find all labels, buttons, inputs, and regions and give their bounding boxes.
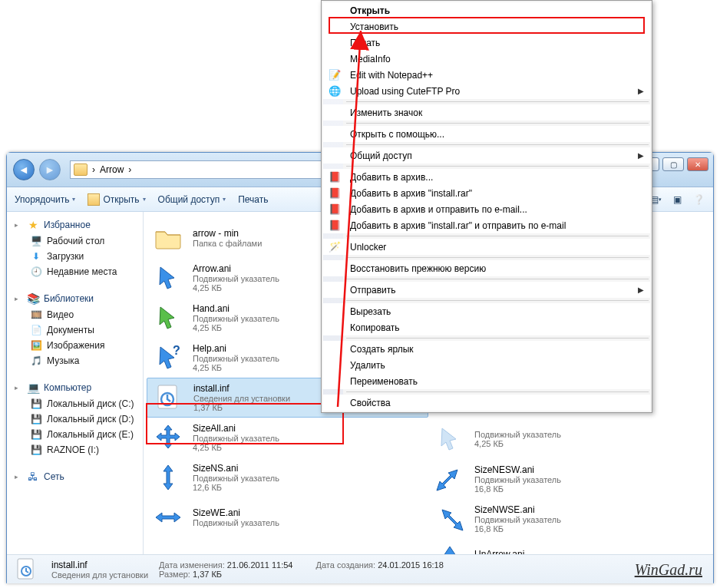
maximize-button[interactable]: ▢ xyxy=(662,157,684,171)
file-desc: Сведения для установки xyxy=(193,394,290,403)
file-info: SizeNS.ani Подвижный указатель 12,6 КБ xyxy=(193,463,279,492)
context-menu-item[interactable]: 📕Добавить в архив... xyxy=(323,169,650,185)
preview-pane-icon[interactable]: ▣ xyxy=(670,193,684,206)
sidebar-item-music[interactable]: 🎵Музыка xyxy=(15,353,143,368)
file-name: Hand.ani xyxy=(193,303,279,314)
context-menu-item[interactable]: 🪄Unlocker xyxy=(323,239,650,255)
nav-pane: ▸★ Избранное 🖥️Рабочий стол ⬇Загрузки 🕘Н… xyxy=(7,212,144,554)
context-menu-item[interactable]: Копировать xyxy=(323,319,650,335)
file-item[interactable]: SizeNWSE.ani Подвижный указатель 16,8 КБ xyxy=(428,499,710,539)
libraries-header[interactable]: ▸📚 Библиотеки xyxy=(15,290,143,307)
menu-item-label: Unlocker xyxy=(350,242,386,253)
context-menu-item[interactable]: Восстановить прежнюю версию xyxy=(323,260,650,276)
menu-item-label: Восстановить прежнюю версию xyxy=(350,263,486,274)
file-desc: Подвижный указатель xyxy=(193,474,279,483)
sidebar-item-downloads[interactable]: ⬇Загрузки xyxy=(15,249,143,264)
desktop-icon: 🖥️ xyxy=(30,235,42,247)
file-item[interactable]: SizeNESW.ani Подвижный указатель 16,8 КБ xyxy=(428,459,710,499)
file-info: Подвижный указатель 4,25 КБ xyxy=(474,430,561,448)
file-thumb-icon xyxy=(151,301,185,335)
sidebar-item-drive-d[interactable]: 💾Локальный диск (D:) xyxy=(15,411,143,427)
file-thumb-icon xyxy=(433,502,467,536)
context-menu-item[interactable]: Установить xyxy=(323,18,650,35)
libraries-icon: 📚 xyxy=(27,292,39,305)
context-menu-item[interactable]: Создать ярлык xyxy=(323,341,650,357)
toolbar-organize[interactable]: Упорядочить▾ xyxy=(15,194,75,205)
context-menu-item[interactable]: Общий доступ▶ xyxy=(323,147,650,164)
menu-item-label: Вырезать xyxy=(350,306,391,317)
menu-item-icon: 📝 xyxy=(328,69,342,81)
context-menu-item[interactable]: Открыть xyxy=(323,2,650,18)
network-icon: 🖧 xyxy=(27,471,39,483)
details-thumb-icon xyxy=(15,557,41,583)
nav-back-button[interactable]: ◄ xyxy=(13,159,35,180)
computer-header[interactable]: ▸💻 Компьютер xyxy=(15,379,143,396)
details-mod-label: Дата изменения: xyxy=(159,560,225,570)
file-size: 4,25 КБ xyxy=(193,283,279,292)
context-menu-item[interactable]: Открыть с помощью... xyxy=(323,126,650,142)
context-menu-separator xyxy=(346,166,649,167)
file-info: SizeNESW.ani Подвижный указатель 16,8 КБ xyxy=(474,464,561,494)
file-name: SizeAll.ani xyxy=(193,423,279,434)
nav-forward-button[interactable]: ► xyxy=(39,159,61,180)
file-size: 4,25 КБ xyxy=(474,439,561,448)
file-name: SizeNS.ani xyxy=(193,463,279,474)
context-menu-item[interactable]: Отправить▶ xyxy=(323,282,650,298)
context-menu-separator xyxy=(346,123,649,124)
context-menu-item[interactable]: Печать xyxy=(323,35,650,51)
sidebar-item-drive-i[interactable]: 💾RAZNOE (I:) xyxy=(15,442,143,458)
context-menu: ОткрытьУстановитьПечатьMediaInfo📝Edit wi… xyxy=(321,0,652,413)
drive-icon: 💾 xyxy=(30,413,42,425)
file-item[interactable]: UnArrow.ani Подвижный указатель xyxy=(428,539,710,554)
file-item[interactable]: Подвижный указатель 4,25 КБ xyxy=(428,419,710,459)
context-menu-item[interactable]: 🌐Upload using CuteFTP Pro▶ xyxy=(323,83,650,99)
favorites-header[interactable]: ▸★ Избранное xyxy=(15,216,143,233)
file-info: arrow - min Папка с файлами xyxy=(193,228,262,248)
context-menu-item[interactable]: Свойства xyxy=(323,395,650,411)
file-thumb-icon xyxy=(433,462,467,496)
file-size: 12,6 КБ xyxy=(193,483,279,492)
sidebar-item-video[interactable]: 🎞️Видео xyxy=(15,307,143,322)
context-menu-item[interactable]: Переименовать xyxy=(323,373,650,389)
file-size: 4,25 КБ xyxy=(193,443,279,452)
menu-item-label: Копировать xyxy=(350,322,400,333)
sidebar-item-images[interactable]: 🖼️Изображения xyxy=(15,338,143,353)
drive-icon: 💾 xyxy=(30,398,42,410)
details-created-value: 24.01.2015 16:18 xyxy=(378,560,444,570)
network-header[interactable]: ▸🖧 Сеть xyxy=(15,468,143,485)
menu-item-label: Установить xyxy=(350,21,398,32)
docs-icon: 📄 xyxy=(30,324,42,336)
toolbar-print[interactable]: Печать xyxy=(238,194,268,205)
sidebar-item-drive-e[interactable]: 💾Локальный диск (E:) xyxy=(15,427,143,442)
context-menu-item[interactable]: Вырезать xyxy=(323,303,650,319)
file-item[interactable]: SizeAll.ani Подвижный указатель 4,25 КБ xyxy=(147,418,428,458)
menu-item-label: Создать ярлык xyxy=(350,344,414,355)
breadcrumb-folder[interactable]: Arrow xyxy=(100,164,124,175)
file-desc: Подвижный указатель xyxy=(474,430,561,439)
context-menu-item[interactable]: MediaInfo xyxy=(323,51,650,67)
file-item[interactable]: SizeNS.ani Подвижный указатель 12,6 КБ xyxy=(147,458,428,497)
context-menu-item[interactable]: Изменить значок xyxy=(323,104,650,121)
close-button[interactable]: ✕ xyxy=(687,157,708,171)
network-group: ▸🖧 Сеть xyxy=(15,468,143,485)
context-menu-item[interactable]: 📕Добавить в архив и отправить по e-mail.… xyxy=(323,201,650,217)
breadcrumb-sep2: › xyxy=(128,164,131,175)
context-menu-item[interactable]: 📕Добавить в архив "install.rar" xyxy=(323,185,650,201)
sidebar-item-recent[interactable]: 🕘Недавние места xyxy=(15,264,143,279)
sidebar-item-desktop[interactable]: 🖥️Рабочий стол xyxy=(15,233,143,249)
sidebar-item-docs[interactable]: 📄Документы xyxy=(15,322,143,338)
file-size: 16,8 КБ xyxy=(474,484,561,494)
sidebar-item-drive-c[interactable]: 💾Локальный диск (C:) xyxy=(15,396,143,411)
menu-item-label: Общий доступ xyxy=(350,150,412,161)
context-menu-item[interactable]: 📝Edit with Notepad++ xyxy=(323,67,650,83)
toolbar-share[interactable]: Общий доступ▾ xyxy=(158,194,226,205)
file-item[interactable]: SizeWE.ani Подвижный указатель xyxy=(147,497,428,537)
file-name: SizeNESW.ani xyxy=(474,464,561,475)
context-menu-item[interactable]: 📕Добавить в архив "install.rar" и отправ… xyxy=(323,217,650,233)
help-icon[interactable]: ❔ xyxy=(692,193,705,206)
file-thumb-icon xyxy=(151,421,185,454)
context-menu-item[interactable]: Удалить xyxy=(323,357,650,373)
toolbar-open[interactable]: Открыть▾ xyxy=(88,193,145,206)
menu-item-label: Upload using CuteFTP Pro xyxy=(350,86,460,97)
menu-item-label: Открыть с помощью... xyxy=(350,129,444,140)
